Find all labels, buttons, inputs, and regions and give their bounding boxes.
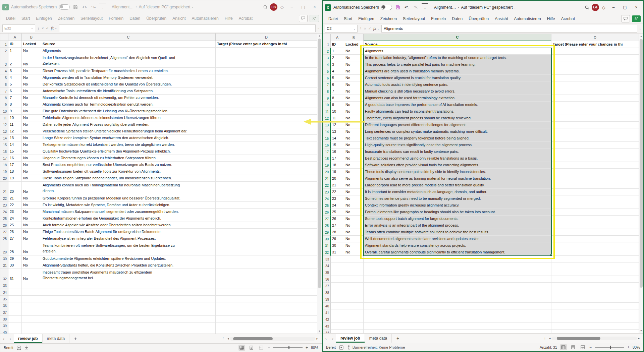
diamond-icon[interactable]: ◇	[279, 3, 285, 11]
cell-A21[interactable]: 20	[331, 175, 344, 182]
maximize-button[interactable]: ▢	[298, 3, 308, 11]
cell-D38[interactable]	[216, 316, 317, 322]
cell-C44[interactable]	[364, 330, 551, 333]
cell-B41[interactable]	[344, 309, 364, 316]
cell-D37[interactable]	[216, 309, 317, 316]
expand-formula-bar-icon[interactable]: ⌄	[639, 27, 641, 30]
cell-D22[interactable]	[551, 182, 639, 189]
cell-C31[interactable]: Alignment-Standards helfen, die Konsiste…	[41, 262, 216, 269]
cell-D42[interactable]	[551, 316, 639, 323]
zoom-out-icon[interactable]: −	[268, 345, 270, 350]
cell-B9[interactable]: No	[344, 95, 364, 102]
cell-C19[interactable]: Softwarelösungen bieten oft visuelle Too…	[41, 168, 216, 175]
menu-tab-automatisieren[interactable]: Automatisieren	[511, 15, 544, 22]
row-header-21[interactable]: 21	[323, 175, 331, 182]
cell-A9[interactable]: 8	[331, 95, 344, 102]
menu-tab-datei[interactable]: Datei	[3, 15, 18, 22]
row-header-36[interactable]: 36	[323, 276, 331, 283]
cell-C4[interactable]: Dieser Prozess hilft, parallele Textpaar…	[41, 68, 216, 74]
cell-B31[interactable]: No	[22, 262, 41, 269]
menu-tab-formeln[interactable]: Formeln	[428, 15, 449, 22]
cell-C28[interactable]: Fehleranalyse ist ein integraler Bestand…	[41, 235, 216, 242]
cell-A44[interactable]	[331, 330, 344, 333]
add-sheet-button[interactable]: +	[392, 336, 404, 341]
cell-B2[interactable]: No	[344, 48, 364, 55]
cell-D33[interactable]	[551, 256, 639, 262]
macro-record-icon[interactable]	[339, 345, 343, 350]
cell-B28[interactable]: No	[344, 222, 364, 229]
cell-B9[interactable]: No	[22, 101, 41, 108]
cell-B35[interactable]	[22, 296, 41, 302]
cell-D32[interactable]	[551, 249, 639, 256]
close-button[interactable]: ×	[310, 3, 320, 11]
cell-C7[interactable]: Automatische Tools unterstützen die Iden…	[41, 88, 216, 95]
cell-D23[interactable]	[216, 202, 317, 209]
menu-tab-automatisieren[interactable]: Automatisieren	[189, 15, 222, 22]
cell-D35[interactable]	[216, 296, 317, 302]
cell-C13[interactable]: Different languages present different ch…	[364, 122, 551, 128]
cell-D37[interactable]	[551, 283, 639, 289]
cell-C27[interactable]: Einige Tools unterstützen Batch-Alignmen…	[41, 229, 216, 235]
cell-A33[interactable]	[331, 256, 344, 262]
cell-A7[interactable]: 6	[8, 88, 22, 95]
search-icon[interactable]	[584, 4, 590, 11]
cell-C1[interactable]: Source	[41, 41, 216, 48]
menu-tab-überprüfen[interactable]: Überprüfen	[143, 15, 169, 22]
cell-C10[interactable]: A good data base improves the performanc…	[364, 102, 551, 108]
cell-C20[interactable]: These tools display sentence pairs side …	[364, 169, 551, 175]
menu-tab-start[interactable]: Start	[341, 15, 355, 22]
cell-A22[interactable]: 21	[331, 182, 344, 189]
cell-B4[interactable]: No	[344, 61, 364, 68]
cell-D17[interactable]	[216, 155, 317, 162]
cell-B14[interactable]: No	[344, 128, 364, 135]
cell-D38[interactable]	[551, 289, 639, 296]
customize-quick-access-icon[interactable]: ⌄	[422, 3, 428, 11]
cell-C21[interactable]: Alignments können auch als Trainingsmate…	[41, 182, 216, 195]
cell-B33[interactable]	[344, 256, 364, 262]
cell-D14[interactable]	[551, 128, 639, 135]
cell-B22[interactable]: No	[344, 182, 364, 189]
cell-C38[interactable]	[364, 289, 551, 296]
cell-B34[interactable]	[344, 262, 364, 269]
cell-A32[interactable]: 31	[8, 269, 22, 282]
sheet-next-icon[interactable]: ›	[7, 336, 14, 341]
cell-D40[interactable]	[216, 329, 317, 334]
cell-A33[interactable]	[8, 282, 22, 289]
cell-C15[interactable]: Textsegmente müssen korrekt tokenisiert …	[41, 141, 216, 148]
cell-C5[interactable]: Alignments are often used in translation…	[364, 68, 551, 75]
cell-B36[interactable]	[22, 302, 41, 309]
cell-B4[interactable]: No	[22, 68, 41, 74]
cell-D5[interactable]	[216, 74, 317, 81]
cell-C18[interactable]: Best practices recommend using only reli…	[364, 155, 551, 162]
cell-A7[interactable]: 6	[331, 81, 344, 88]
menu-tab-hilfe[interactable]: Hilfe	[544, 15, 558, 22]
cell-B14[interactable]: No	[22, 135, 41, 141]
row-header-22[interactable]: 22	[0, 195, 8, 202]
cell-A15[interactable]: 14	[8, 141, 22, 148]
cell-C6[interactable]: Correct sentence alignment is crucial fo…	[364, 75, 551, 81]
cell-B1[interactable]: Locked	[344, 41, 364, 48]
cell-D26[interactable]	[551, 209, 639, 216]
spreadsheet-grid[interactable]: ABCD1IDLockedSourceTarget (Please enter …	[323, 34, 639, 333]
column-header-C[interactable]: C	[364, 34, 551, 41]
search-icon[interactable]	[262, 3, 269, 11]
column-header-B[interactable]: B	[344, 34, 364, 41]
save-icon[interactable]	[72, 3, 79, 11]
add-sheet-button[interactable]: +	[69, 336, 82, 341]
cell-D18[interactable]	[216, 162, 317, 168]
cell-C3[interactable]: In the translation industry, “alignment”…	[364, 55, 551, 61]
cell-A6[interactable]: 5	[8, 81, 22, 88]
cell-C12[interactable]: Therefore, every alignment process shoul…	[364, 115, 551, 122]
cell-A16[interactable]: 15	[331, 142, 344, 149]
cell-A13[interactable]: 12	[8, 128, 22, 135]
cell-B23[interactable]: No	[344, 189, 364, 195]
cell-B23[interactable]: No	[22, 202, 41, 209]
cell-D11[interactable]	[551, 108, 639, 115]
cell-D33[interactable]	[216, 282, 317, 289]
cell-B19[interactable]: No	[22, 168, 41, 175]
accessibility-icon[interactable]: Barrierefreiheit: Keine Probleme	[347, 345, 405, 350]
cell-D3[interactable]	[551, 55, 639, 61]
cell-A21[interactable]: 20	[8, 182, 22, 195]
cell-A42[interactable]	[331, 316, 344, 323]
cell-B17[interactable]: No	[344, 149, 364, 155]
